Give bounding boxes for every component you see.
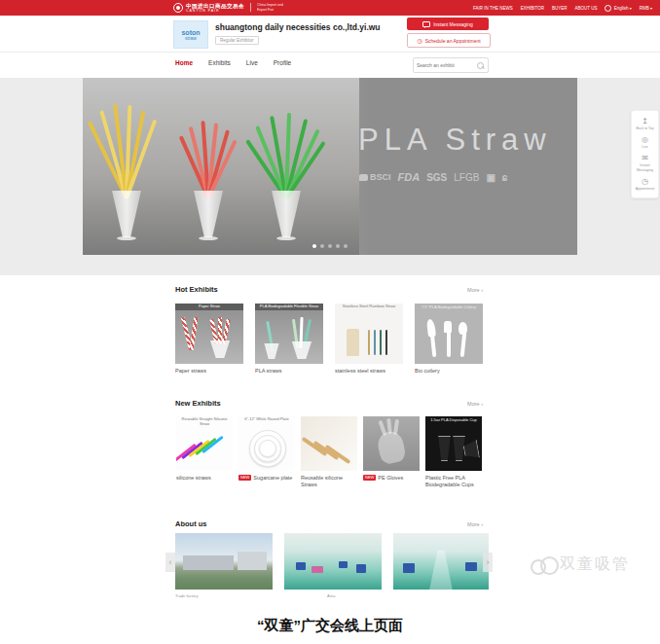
back-to-top-button[interactable]: ↥ Back to Top	[635, 115, 654, 133]
cert-bsci: BSCI	[359, 172, 391, 182]
product-overlay-title: Stainless Steel Rainbow Straw	[335, 304, 403, 309]
soton-panda-logo-icon	[531, 556, 556, 574]
product-image: 1.5oz PLA Disposable Cup	[425, 416, 482, 471]
product-overlay-title: Paper Straw	[175, 304, 243, 310]
product-image: Stainless Steel Rainbow Straw	[335, 304, 403, 364]
straw-glass-green	[270, 95, 338, 241]
nav-tab-exhibits[interactable]: Exhibits	[208, 59, 231, 66]
appointment-sidebar-button[interactable]: ◷ Appointment	[635, 175, 656, 194]
topbar-menu-fair-news[interactable]: FAIR IN THE NEWS	[473, 6, 513, 11]
cert-crescent-icon	[502, 172, 508, 183]
about-photo-caption: Area	[327, 593, 335, 598]
glass-foot	[276, 236, 296, 240]
speech-bubble-icon	[359, 174, 368, 181]
glass-cup	[110, 191, 143, 237]
carousel-dot[interactable]	[328, 244, 332, 248]
product-card-plate[interactable]: 6"-12" White Round Plate NEW Sugarcane p…	[238, 416, 295, 488]
nav-tab-live[interactable]: Live	[246, 59, 258, 66]
hero-banner[interactable]: PLA Straw BSCI FDA SGS LFGB	[83, 78, 577, 255]
product-image	[301, 416, 357, 471]
currency-selector[interactable]: RMB ▾	[640, 6, 652, 11]
product-overlay-title: Reusable Straight Silicone Straw	[176, 417, 233, 427]
product-card-pe-gloves[interactable]: NEW PE Gloves	[363, 416, 420, 488]
cert-seal-icon	[486, 172, 495, 183]
product-image	[363, 416, 420, 471]
about-photo-workshop-2[interactable]	[393, 533, 489, 590]
booth-header: soton straw shuangtong daily necessities…	[0, 16, 660, 53]
logo-side-line2: Export Fair	[257, 8, 283, 13]
hot-exhibits-more-link[interactable]: More ›	[467, 287, 483, 293]
brand-watermark: 双童吸管	[531, 555, 630, 575]
carousel-dot[interactable]	[336, 244, 340, 248]
search-icon[interactable]	[477, 62, 484, 69]
product-card-pla-straw[interactable]: PLA Biodegradable Flexible Straw PLA str…	[255, 304, 323, 375]
product-card-silicone-straw[interactable]: Reusable Straight Silicone Straw silicon…	[176, 416, 233, 488]
glass-foot	[117, 236, 136, 240]
company-logo[interactable]: soton straw	[173, 20, 208, 49]
logo-english-text: CANTON FAIR	[186, 9, 244, 13]
search-input[interactable]	[414, 62, 477, 68]
banner-title: PLA Straw	[358, 123, 552, 158]
new-badge: NEW	[363, 475, 376, 481]
product-overlay-title: 6"-12" White Round Plate	[238, 417, 295, 422]
logo-divider	[250, 3, 251, 12]
company-logo-text-bottom: straw	[185, 36, 197, 41]
straw-pouch	[347, 329, 359, 356]
about-us-more-link[interactable]: More ›	[467, 521, 483, 527]
product-caption: NEW Sugarcane plate	[238, 475, 295, 482]
instant-messaging-sidebar-button[interactable]: ✉ Instant Messaging	[632, 152, 658, 174]
carousel-dot[interactable]	[320, 244, 324, 248]
watermark-text: 双童吸管	[560, 555, 630, 575]
screenshot-caption: “双童”广交会线上页面	[0, 617, 660, 635]
new-badge: NEW	[238, 475, 251, 481]
product-card-cutlery[interactable]: 7.5" PLA Biodegradable Cutlery Bio cutle…	[415, 304, 483, 375]
language-selector[interactable]: English ▾	[605, 5, 631, 12]
product-overlay-title: 7.5" PLA Biodegradable Cutlery	[415, 305, 483, 310]
product-card-pla-cup[interactable]: 1.5oz PLA Disposable Cup Plastic Free PL…	[425, 416, 482, 488]
product-caption: PLA straws	[255, 368, 323, 375]
carousel-dot[interactable]	[344, 244, 348, 248]
chevron-down-icon: ▾	[630, 5, 632, 10]
factory-aisle	[429, 550, 453, 590]
about-us-title: About us	[175, 519, 207, 528]
canton-fair-emblem-icon	[173, 3, 183, 13]
message-icon: ✉	[642, 155, 648, 162]
topbar-menu-exhibitor[interactable]: EXHIBITOR	[521, 6, 544, 11]
product-overlay-title: 1.5oz PLA Disposable Cup	[425, 418, 482, 423]
nav-tab-home[interactable]: Home	[175, 59, 193, 66]
chevron-down-icon: ▾	[650, 6, 652, 11]
cert-sgs: SGS	[426, 172, 447, 183]
glass-cup	[270, 191, 303, 237]
floating-toolbar: ↥ Back to Top ◎ Live ✉ Instant Messaging…	[631, 110, 659, 198]
schedule-appointment-button[interactable]: ◷ Schedule an Appointment	[407, 33, 491, 48]
currency-label: RMB	[640, 6, 649, 11]
topbar-menu-about-us[interactable]: ABOUT US	[574, 6, 597, 11]
product-card-reusable-straw[interactable]: Reusable silicone Straws	[301, 416, 357, 488]
exhibitor-badge: Regular Exhibitor	[215, 36, 259, 45]
product-card-paper-straw[interactable]: Paper Straw Paper straws	[175, 304, 243, 375]
about-photo-factory-exterior[interactable]	[175, 533, 273, 590]
carousel-right-arrow[interactable]: ›	[483, 553, 493, 572]
clock-icon: ◷	[417, 38, 422, 44]
product-caption: NEW PE Gloves	[363, 475, 420, 482]
booth-navbar: Home Exhibits Live Profile	[0, 53, 660, 78]
carousel-dot[interactable]	[312, 244, 316, 248]
search-box[interactable]	[413, 57, 489, 73]
straw-glass-yellow	[110, 95, 178, 241]
new-exhibits-more-link[interactable]: More ›	[467, 401, 483, 407]
glass-cup	[290, 341, 313, 359]
canton-fair-logo[interactable]: 中国进出口商品交易会 CANTON FAIR China Import and …	[173, 3, 283, 13]
canton-fair-booth-page: 中国进出口商品交易会 CANTON FAIR China Import and …	[0, 0, 660, 644]
nav-tab-profile[interactable]: Profile	[274, 59, 291, 66]
live-button[interactable]: ◎ Live	[641, 133, 649, 152]
glove-shape	[376, 430, 407, 466]
company-name: shuangtong daily necessities co.,ltd.yi.…	[215, 22, 381, 32]
product-card-steel-straw[interactable]: Stainless Steel Rainbow Straw stainless …	[335, 304, 403, 375]
product-caption: Paper straws	[175, 368, 243, 375]
arrow-up-icon: ↥	[642, 118, 648, 125]
instant-messaging-button[interactable]: Instant Messaging	[407, 18, 489, 30]
about-photo-workshop-1[interactable]	[284, 533, 382, 590]
carousel-left-arrow[interactable]: ‹	[165, 553, 175, 572]
topbar-menu-buyer[interactable]: BUYER	[552, 6, 568, 11]
glass-cup	[192, 191, 225, 237]
